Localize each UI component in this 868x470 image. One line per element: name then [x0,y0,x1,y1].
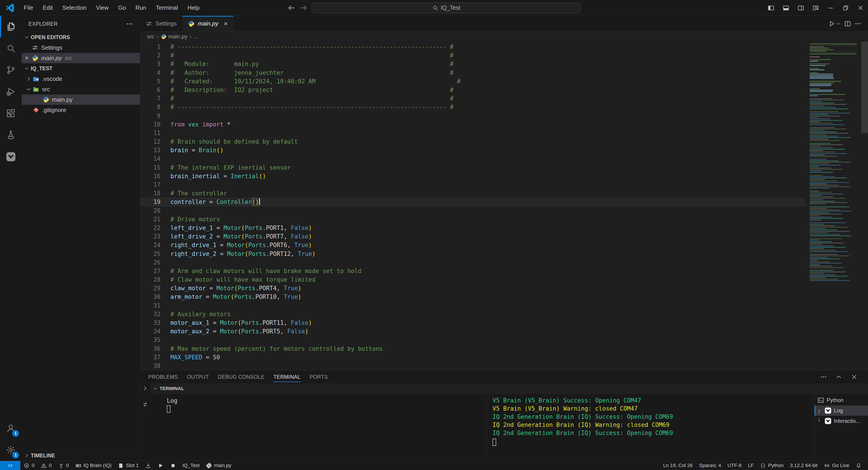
panel-more-actions-icon[interactable] [820,374,827,380]
terminal-instance-Python[interactable]: Python [814,395,868,405]
navigate-back-icon[interactable] [287,4,296,12]
tab-Settings[interactable]: Settings [140,16,182,31]
editor-more-actions-button[interactable] [855,20,862,27]
code-line-19[interactable]: 19 controller = Controller() [140,198,805,206]
code-line-31[interactable]: 31 [140,301,805,310]
close-panel-icon[interactable] [851,374,858,380]
navigate-forward-icon[interactable] [300,4,308,12]
menu-edit[interactable]: Edit [38,0,58,15]
code-line-36[interactable]: 36 # Max motor speed (percent) for motor… [140,344,805,353]
code-line-15[interactable]: 15 # The internal EXP inertial sensor [140,163,805,172]
code-line-22[interactable]: 22 left_drive_1 = Motor(Ports.PORT1, Fal… [140,224,805,232]
terminal-switch-icon[interactable] [142,401,148,408]
restore-button[interactable] [838,0,853,15]
code-line-24[interactable]: 24 right_drive_1 = Motor(Ports.PORT6, Tr… [140,241,805,249]
code-line-29[interactable]: 29 claw_motor = Motor(Ports.PORT4, True) [140,284,805,293]
status-project-name[interactable]: IQ_Test [179,461,203,470]
code-line-17[interactable]: 17 [140,180,805,189]
activity-vex[interactable] [0,146,22,168]
file-item-src[interactable]: src [22,84,140,94]
activity-explorer[interactable] [0,16,22,37]
editor-scrollbar[interactable] [861,41,868,133]
code-line-28[interactable]: 28 # Claw motor will have max torque lim… [140,275,805,284]
status-play-button[interactable] [154,461,167,470]
status-remote-indicator[interactable] [0,461,20,470]
code-line-3[interactable]: 3 # Module: main.py # [140,60,805,68]
code-line-8[interactable]: 8 # ------------------------------------… [140,103,805,111]
toggle-secondary-sidebar-button[interactable] [794,0,808,15]
status-problems-warnings[interactable]: 0 [37,461,55,470]
code-line-11[interactable]: 11 [140,129,805,137]
code-area[interactable]: 1 # ------------------------------------… [140,42,805,370]
activity-testing[interactable] [0,124,22,146]
open-editor-Settings[interactable]: Settings [22,42,140,53]
code-line-23[interactable]: 23 left_drive_2 = Motor(Ports.PORT7, Fal… [140,232,805,241]
activity-source-control[interactable] [0,59,22,81]
status-stop-button[interactable] [167,461,179,470]
terminal-instance-Log[interactable]: ┌ Log [814,405,868,416]
code-line-25[interactable]: 25 right_drive_2 = Motor(Ports.PORT12, T… [140,249,805,258]
terminal-instance-Interactiv[interactable]: └ Interactiv... [814,416,868,426]
code-line-14[interactable]: 14 [140,155,805,163]
split-editor-button[interactable] [844,20,851,27]
code-line-4[interactable]: 4 # Author: jenna_juechter # [140,68,805,77]
status-device-connections[interactable]: 0 [55,461,72,470]
panel-tab-ports[interactable]: PORTS [305,371,332,383]
section-workspace[interactable]: IQ_TEST [22,63,140,74]
menu-help[interactable]: Help [183,0,204,15]
code-line-21[interactable]: 21 # Drive motors [140,215,805,224]
code-line-2[interactable]: 2 # # [140,51,805,60]
menu-go[interactable]: Go [114,0,131,15]
toggle-panel-button[interactable] [778,0,794,15]
code-line-30[interactable]: 30 arm_motor = Motor(Ports.PORT10, True) [140,293,805,301]
code-line-35[interactable]: 35 [140,336,805,344]
file-item-.vscode[interactable]: .vscode [22,74,140,84]
code-line-33[interactable]: 33 motor_aux_1 = Motor(Ports.PORT11, Fal… [140,318,805,327]
status-encoding[interactable]: UTF-8 [724,461,745,470]
status-problems-errors[interactable]: 0 [20,461,37,470]
activity-search[interactable] [0,37,22,59]
activity-run-debug[interactable] [0,81,22,103]
code-line-16[interactable]: 16 brain_inertial = Inertial() [140,172,805,180]
breadcrumb-item[interactable]: main.py [161,33,187,40]
status-go-live[interactable]: Go Live [821,461,852,470]
code-line-18[interactable]: 18 # The controller [140,189,805,198]
panel-tab-debug-console[interactable]: DEBUG CONSOLE [213,371,269,383]
code-line-1[interactable]: 1 # ------------------------------------… [140,42,805,51]
expand-terminal-icon[interactable] [142,385,148,392]
status-cursor-position[interactable]: Ln 19, Col 26 [660,461,696,470]
toggle-sidebar-button[interactable] [764,0,778,15]
minimize-button[interactable] [823,0,838,15]
breadcrumb-item[interactable]: src [147,33,154,40]
editor[interactable]: 1 # ------------------------------------… [140,41,868,370]
tab-main.py[interactable]: main.py × [182,16,234,31]
open-editor-main.py[interactable]: × main.py src [22,53,140,63]
activity-extensions[interactable] [0,103,22,124]
code-line-38[interactable]: 38 [140,362,805,370]
code-line-5[interactable]: 5 # Created: 10/11/2024, 10:40:02 AM # [140,77,805,86]
command-center-search[interactable]: IQ_Test [312,2,581,13]
terminal-log-pane[interactable]: Log [150,394,486,461]
code-line-37[interactable]: 37 MAX_SPEED = 50 [140,353,805,362]
code-line-20[interactable]: 20 [140,206,805,215]
breadcrumb[interactable]: src› main.py› ... [140,32,868,41]
status-indentation[interactable]: Spaces: 4 [696,461,724,470]
customize-layout-button[interactable] [808,0,823,15]
close-tab-icon[interactable]: × [224,20,228,28]
status-eol-sequence[interactable]: LF [745,461,757,470]
close-window-button[interactable] [853,0,868,15]
section-timeline[interactable]: TIMELINE [22,450,140,461]
status-vex-device[interactable]: IQ Brain (IQ) [72,461,115,470]
accounts-button[interactable]: 1 [0,417,22,439]
code-line-27[interactable]: 27 # Arm and claw motors will have brake… [140,267,805,275]
panel-tab-problems[interactable]: PROBLEMS [144,371,182,383]
maximize-panel-icon[interactable] [835,374,842,380]
run-python-file-button[interactable] [828,20,841,27]
status-active-file[interactable]: main.py [203,461,235,470]
code-line-12[interactable]: 12 # Brain should be defined by default [140,137,805,146]
status-vex-slot[interactable]: Slot 1 [115,461,142,470]
code-line-6[interactable]: 6 # Description: IQ2 project # [140,86,805,94]
menu-selection[interactable]: Selection [58,0,91,15]
code-line-32[interactable]: 32 # Auxilary motors [140,310,805,318]
breadcrumb-item[interactable]: ... [194,33,198,40]
